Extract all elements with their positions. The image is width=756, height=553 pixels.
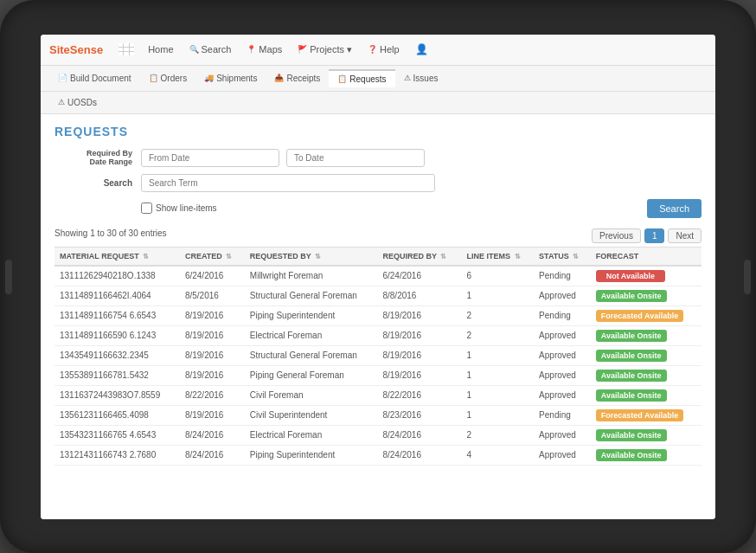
table-row: 13116372443983O7.8559 8/22/2016 Civil Fo… (54, 385, 702, 405)
next-page-button[interactable]: Next (668, 228, 702, 243)
nav-requests[interactable]: 📋Requests (329, 69, 394, 87)
line-items-cell: 1 (461, 385, 534, 405)
forecast-badge: Available Onsite (596, 350, 667, 362)
requested-by-cell: Piping Superintendent (245, 305, 378, 325)
top-nav: SiteSense Home 🔍Search 📍Maps 🚩Projects ▾… (41, 35, 715, 66)
material-request-cell[interactable]: 13114891166462I.4064 (54, 286, 180, 305)
date-range-row: Required By Date Range (54, 149, 702, 167)
col-line-items[interactable]: LINE ITEMS ⇅ (461, 247, 534, 266)
created-cell: 8/19/2016 (180, 305, 245, 325)
nav-maps[interactable]: 📍Maps (240, 41, 289, 58)
material-request-cell[interactable]: 13543231166765 4.6543 (54, 425, 180, 445)
line-items-cell: 1 (461, 286, 534, 305)
requested-by-cell: Structural General Foreman (245, 345, 378, 365)
created-cell: 6/24/2016 (180, 266, 245, 286)
col-material-request[interactable]: MATERIAL REQUEST ⇅ (54, 247, 180, 266)
status-cell: Approved (534, 385, 591, 405)
forecast-badge: Not Available (596, 270, 665, 282)
nav-orders[interactable]: 📋Orders (140, 70, 196, 87)
table-row: 13114891166590 6.1243 8/19/2016 Electric… (54, 325, 702, 345)
line-items-cell: 2 (461, 425, 534, 445)
search-input[interactable] (141, 174, 435, 192)
col-forecast: FORECAST (591, 247, 702, 266)
col-requested-by[interactable]: REQUESTED BY ⇅ (245, 247, 378, 266)
nav-user[interactable]: 👤 (408, 40, 435, 59)
search-label: Search (54, 178, 132, 188)
created-cell: 8/24/2016 (180, 445, 245, 465)
status-cell: Approved (534, 286, 591, 305)
show-line-items-label[interactable]: Show line-items (141, 203, 217, 214)
line-items-cell: 1 (461, 405, 534, 425)
filter-section: Required By Date Range Search Show line-… (54, 149, 702, 218)
material-request-cell[interactable]: 13116372443983O7.8559 (54, 385, 180, 405)
nav-build-document[interactable]: 📄Build Document (49, 70, 140, 87)
prev-page-button[interactable]: Previous (592, 228, 641, 243)
forecast-badge: Available Onsite (596, 449, 667, 461)
requested-by-cell: Structural General Foreman (245, 286, 378, 305)
table-row: 13111262940218O.1338 6/24/2016 Millwrigh… (54, 266, 702, 286)
forecast-cell: Available Onsite (591, 345, 702, 365)
tablet: SiteSense Home 🔍Search 📍Maps 🚩Projects ▾… (0, 0, 756, 553)
table-row: 13114891166462I.4064 8/5/2016 Structural… (54, 286, 702, 305)
requested-by-cell: Electrical Foreman (245, 325, 378, 345)
nav-help[interactable]: ❓Help (361, 41, 407, 58)
tablet-screen: SiteSense Home 🔍Search 📍Maps 🚩Projects ▾… (41, 35, 715, 519)
material-request-cell[interactable]: 13114891166590 6.1243 (54, 325, 180, 345)
from-date-input[interactable] (141, 149, 279, 167)
forecast-cell: Forecasted Available (591, 405, 702, 425)
required-by-cell: 8/19/2016 (377, 345, 461, 365)
nav-search[interactable]: 🔍Search (183, 41, 239, 58)
created-cell: 8/19/2016 (180, 405, 245, 425)
date-range-label: Required By Date Range (54, 149, 132, 166)
material-request-cell[interactable]: 13114891166754 6.6543 (54, 305, 180, 325)
status-cell: Approved (534, 445, 591, 465)
tablet-right-button[interactable] (744, 260, 751, 294)
forecast-cell: Forecasted Available (591, 305, 702, 325)
requested-by-cell: Civil Foreman (245, 385, 378, 405)
checkbox-row: Show line-items Search (54, 199, 702, 218)
required-by-cell: 8/24/2016 (377, 445, 461, 465)
current-page-button[interactable]: 1 (644, 228, 665, 243)
show-line-items-checkbox[interactable] (141, 203, 152, 214)
second-nav-row1: 📄Build Document 📋Orders 🚚Shipments 📥Rece… (41, 66, 715, 92)
nav-uosds[interactable]: ⚠UOSDs (49, 94, 106, 111)
material-request-cell[interactable]: 13111262940218O.1338 (54, 266, 180, 286)
status-cell: Approved (534, 425, 591, 445)
tablet-left-button[interactable] (5, 260, 12, 294)
nav-issues[interactable]: ⚠Issues (395, 70, 447, 87)
status-cell: Approved (534, 325, 591, 345)
col-required-by[interactable]: REQUIRED BY ⇅ (377, 247, 461, 266)
date-inputs (141, 149, 702, 167)
grid-icon[interactable] (119, 43, 134, 55)
col-created[interactable]: CREATED ⇅ (180, 247, 245, 266)
nav-receipts[interactable]: 📥Receipts (266, 70, 329, 87)
forecast-cell: Not Available (591, 266, 702, 286)
requested-by-cell: Piping Superintendent (245, 445, 378, 465)
requested-by-cell: Piping General Foreman (245, 365, 378, 385)
nav-home[interactable]: Home (141, 41, 180, 58)
to-date-input[interactable] (286, 149, 425, 167)
nav-projects[interactable]: 🚩Projects ▾ (291, 41, 359, 59)
forecast-cell: Available Onsite (591, 286, 702, 305)
forecast-cell: Available Onsite (591, 385, 702, 405)
material-request-cell[interactable]: 13435491166632.2345 (54, 345, 180, 365)
created-cell: 8/24/2016 (180, 425, 245, 445)
material-request-cell[interactable]: 13553891166781.5432 (54, 365, 180, 385)
forecast-badge: Available Onsite (596, 290, 667, 302)
content-area: REQUESTS Required By Date Range Search (41, 114, 715, 519)
table-row: 13121431166743 2.7680 8/24/2016 Piping S… (54, 445, 702, 465)
created-cell: 8/19/2016 (180, 325, 245, 345)
pagination: Previous 1 Next (592, 228, 702, 243)
required-by-cell: 8/24/2016 (377, 425, 461, 445)
material-request-cell[interactable]: 13121431166743 2.7680 (54, 445, 180, 465)
search-button[interactable]: Search (647, 199, 702, 218)
table-row: 13561231166465.4098 8/19/2016 Civil Supe… (54, 405, 702, 425)
col-status[interactable]: STATUS ⇅ (534, 247, 591, 266)
material-request-cell[interactable]: 13561231166465.4098 (54, 405, 180, 425)
status-cell: Pending (534, 266, 591, 286)
nav-shipments[interactable]: 🚚Shipments (195, 70, 266, 87)
table-body: 13111262940218O.1338 6/24/2016 Millwrigh… (54, 266, 702, 466)
required-by-cell: 8/19/2016 (377, 365, 461, 385)
top-nav-links: Home 🔍Search 📍Maps 🚩Projects ▾ ❓Help 👤 (141, 40, 707, 59)
forecast-badge: Available Onsite (596, 389, 667, 402)
